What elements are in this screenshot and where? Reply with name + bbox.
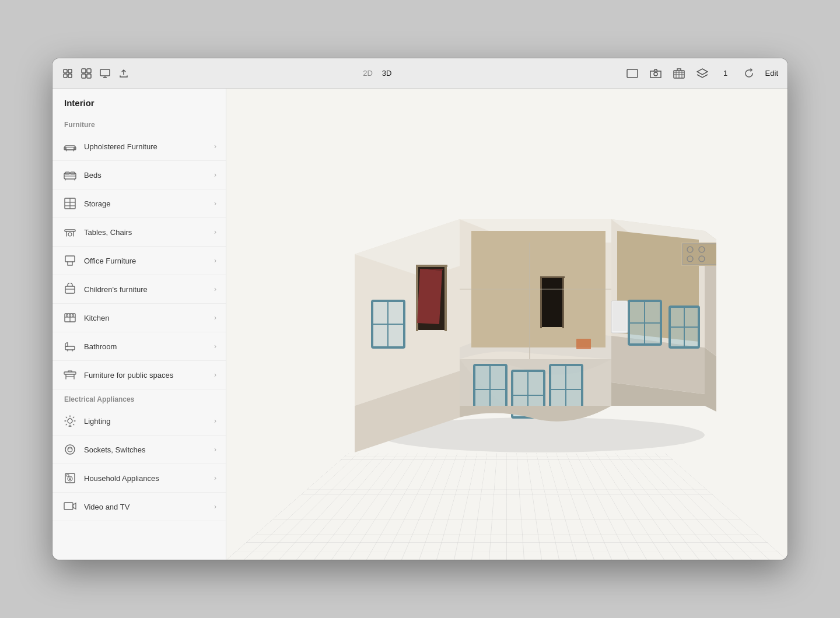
svg-rect-0: [64, 69, 67, 73]
public-icon: [62, 367, 78, 383]
svg-point-45: [65, 445, 75, 454]
sidebar-item-sockets[interactable]: Sockets, Switches ›: [52, 436, 226, 464]
upholstered-label: Upholstered Furniture: [84, 142, 214, 151]
svg-rect-112: [576, 339, 591, 349]
sidebar-item-upholstered[interactable]: Upholstered Furniture ›: [52, 132, 226, 161]
kitchen-icon: [62, 310, 78, 326]
kitchen-label: Kitchen: [84, 314, 214, 322]
floor-grid: [226, 453, 788, 560]
svg-point-51: [69, 478, 71, 480]
sidebar-item-bathroom[interactable]: Bathroom ›: [52, 332, 226, 361]
canvas-3d[interactable]: [226, 89, 788, 560]
main-content: Interior Furniture Upholstered Furniture…: [52, 89, 788, 560]
house-3d: [320, 184, 716, 464]
sidebar-item-tables[interactable]: Tables, Chairs ›: [52, 218, 226, 247]
sidebar: Interior Furniture Upholstered Furniture…: [52, 89, 226, 560]
office-icon: [62, 252, 78, 269]
refresh-icon[interactable]: [742, 66, 756, 80]
aspect-icon[interactable]: [625, 66, 639, 80]
svg-point-39: [69, 315, 71, 317]
lighting-icon: [62, 413, 78, 429]
public-label: Furniture for public spaces: [84, 371, 214, 380]
svg-rect-105: [540, 276, 542, 328]
sidebar-title: Interior: [52, 89, 226, 115]
svg-marker-72: [417, 269, 442, 324]
sidebar-item-office[interactable]: Office Furniture ›: [52, 247, 226, 275]
video-label: Video and TV: [84, 503, 214, 511]
sidebar-item-kitchen[interactable]: Kitchen ›: [52, 304, 226, 332]
layers-icon[interactable]: [695, 66, 709, 80]
sidebar-item-video[interactable]: Video and TV ›: [52, 493, 226, 521]
monitor-icon[interactable]: [99, 68, 111, 79]
sidebar-item-storage[interactable]: Storage ›: [52, 189, 226, 218]
toolbar-left: [62, 68, 130, 79]
svg-rect-3: [68, 74, 72, 78]
view-mode-toggle: 2D 3D: [360, 68, 394, 79]
sidebar-item-household[interactable]: Household Appliances ›: [52, 464, 226, 493]
chevron-icon: ›: [214, 257, 216, 265]
svg-point-38: [66, 315, 68, 317]
svg-rect-31: [65, 256, 75, 262]
svg-rect-1: [68, 69, 72, 73]
svg-point-50: [68, 476, 72, 481]
chevron-icon: ›: [214, 503, 216, 511]
bathroom-label: Bathroom: [84, 342, 214, 351]
svg-point-44: [68, 419, 72, 423]
sidebar-item-beds[interactable]: Beds ›: [52, 161, 226, 189]
sockets-label: Sockets, Switches: [84, 445, 214, 454]
house-svg: [320, 184, 716, 464]
household-icon: [62, 470, 78, 486]
sofa-icon: [62, 138, 78, 154]
grid-icon[interactable]: [80, 68, 92, 79]
lighting-label: Lighting: [84, 417, 214, 426]
children-icon: [62, 281, 78, 297]
edit-button[interactable]: Edit: [765, 69, 778, 78]
svg-rect-33: [65, 286, 75, 293]
chevron-icon: ›: [214, 171, 216, 179]
sidebar-item-public[interactable]: Furniture for public spaces ›: [52, 361, 226, 389]
chevron-icon: ›: [214, 199, 216, 208]
svg-point-30: [68, 233, 72, 236]
camera-icon[interactable]: [649, 66, 663, 80]
layers-count: 1: [719, 66, 733, 80]
svg-rect-104: [541, 278, 564, 327]
back-icon[interactable]: [62, 68, 74, 79]
svg-rect-8: [100, 69, 110, 76]
sidebar-item-childrens[interactable]: Children's furniture ›: [52, 275, 226, 304]
storage-icon: [62, 195, 78, 212]
tables-label: Tables, Chairs: [84, 228, 214, 237]
household-label: Household Appliances: [84, 474, 214, 483]
svg-rect-52: [66, 475, 69, 476]
title-bar: 2D 3D: [52, 58, 788, 89]
childrens-label: Children's furniture: [84, 285, 214, 294]
toolbar-center: 2D 3D: [139, 68, 616, 79]
section-header-electrical: Electrical Appliances: [52, 389, 226, 407]
toolbar-right: 1 Edit: [625, 66, 778, 80]
svg-rect-99: [682, 244, 716, 265]
bed-icon: [62, 167, 78, 183]
view-2d-btn[interactable]: 2D: [360, 68, 375, 79]
svg-rect-53: [64, 503, 73, 510]
chevron-icon: ›: [214, 142, 216, 150]
svg-rect-71: [416, 265, 447, 267]
section-header-furniture: Furniture: [52, 115, 226, 132]
svg-rect-5: [87, 69, 91, 73]
svg-rect-106: [562, 276, 564, 328]
sockets-icon: [62, 441, 78, 458]
chevron-icon: ›: [214, 371, 216, 379]
office-label: Office Furniture: [84, 257, 214, 265]
svg-rect-4: [82, 69, 86, 73]
building-icon[interactable]: [672, 66, 686, 80]
chevron-icon: ›: [214, 285, 216, 293]
upload-icon[interactable]: [118, 68, 130, 79]
view-3d-btn[interactable]: 3D: [380, 68, 394, 79]
sidebar-item-lighting[interactable]: Lighting ›: [52, 407, 226, 436]
app-window: 2D 3D: [52, 58, 788, 560]
svg-point-12: [654, 72, 657, 76]
chevron-icon: ›: [214, 474, 216, 482]
svg-rect-7: [87, 74, 91, 78]
chevron-icon: ›: [214, 228, 216, 236]
svg-rect-6: [82, 74, 86, 78]
table-icon: [62, 224, 78, 240]
svg-point-46: [68, 447, 72, 452]
